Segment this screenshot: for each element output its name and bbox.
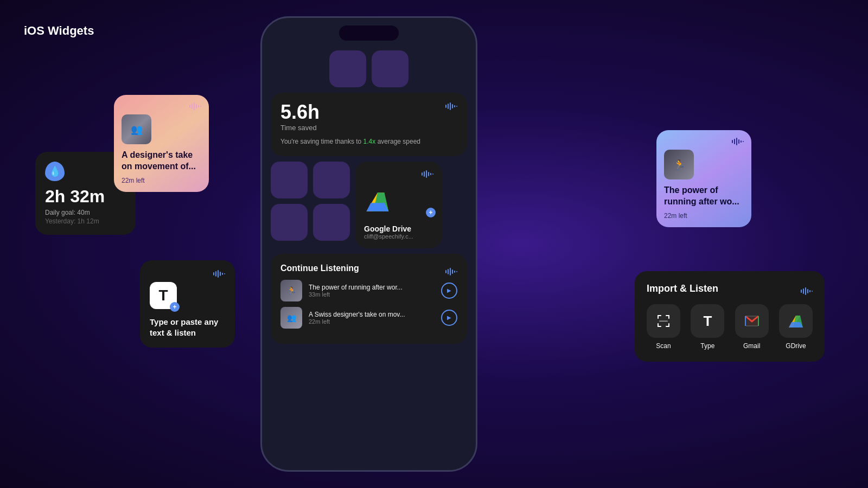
widget-time-saved: 5.6h Time saved You're saving time thank…	[271, 93, 467, 156]
svg-rect-21	[807, 289, 808, 293]
phone-mini-icons-left	[271, 162, 350, 241]
gmail-icon-box	[735, 304, 769, 338]
app-icon[interactable]	[271, 204, 308, 241]
svg-rect-15	[738, 139, 739, 144]
listen-item[interactable]: 👥 A Swiss designer's take on mov... 22m …	[280, 307, 457, 329]
import-item-gdrive[interactable]: GDrive	[779, 304, 813, 350]
gdrive-icon-box	[779, 304, 813, 338]
phone-notch	[339, 25, 399, 41]
app-icon[interactable]	[329, 50, 366, 87]
play-button-1[interactable]: ▶	[441, 282, 457, 299]
svg-rect-12	[732, 140, 733, 143]
svg-rect-50	[450, 268, 451, 275]
widget-article-pink: 👥 A designer's take on movement of... 22…	[114, 95, 209, 192]
soundwave-icon-tts	[213, 270, 225, 278]
gdrive-email: cliff@speechify.c...	[364, 233, 433, 240]
phone-frame: 5.6h Time saved You're saving time thank…	[260, 16, 477, 472]
article-title-pink: A designer's take on movement of...	[122, 150, 201, 172]
article-title-blue: The power of running after wo...	[664, 185, 744, 208]
gdrive-icon	[788, 313, 804, 329]
svg-rect-32	[659, 321, 668, 322]
listen-title-1: The power of running after wor...	[309, 284, 435, 291]
svg-rect-0	[189, 105, 190, 108]
play-button-2[interactable]: ▶	[441, 310, 457, 326]
svg-rect-4	[198, 105, 199, 107]
svg-rect-1	[192, 104, 193, 109]
soundwave-icon-import	[801, 287, 813, 295]
svg-rect-47	[432, 174, 433, 175]
widget-article-blue: 🏃 The power of running after wo... 22m l…	[656, 130, 751, 227]
water-time-value: 2h 32m	[45, 187, 126, 207]
import-icons-row: Scan T Type	[647, 304, 813, 350]
article-thumbnail-pink: 👥	[122, 114, 151, 144]
svg-rect-3	[196, 104, 197, 108]
listen-info-1: The power of running after wor... 33m le…	[309, 284, 435, 298]
scan-icon-box	[647, 304, 680, 338]
svg-rect-9	[220, 272, 221, 276]
svg-rect-23	[812, 291, 813, 292]
svg-rect-27	[668, 315, 669, 319]
svg-rect-41	[456, 106, 457, 107]
svg-rect-10	[222, 273, 223, 275]
tts-type-icon: T +	[150, 282, 177, 309]
svg-rect-52	[454, 271, 455, 273]
scan-icon	[656, 313, 671, 329]
type-icon: T	[703, 313, 712, 330]
app-icon[interactable]	[313, 162, 350, 198]
svg-rect-2	[194, 102, 195, 110]
scan-label: Scan	[656, 342, 671, 350]
page-title: iOS Widgets	[24, 24, 94, 38]
listen-time-1: 33m left	[309, 291, 435, 298]
soundwave-icon-blue-article	[732, 138, 744, 145]
svg-rect-36	[445, 105, 446, 108]
svg-rect-37	[448, 104, 449, 109]
svg-rect-19	[803, 288, 804, 294]
svg-rect-44	[426, 170, 427, 178]
phone-middle-section: + Google Drive cliff@speechify.c...	[271, 162, 467, 248]
phone-top-grid	[271, 50, 467, 87]
svg-rect-8	[218, 270, 219, 278]
widget-import-listen: Import & Listen	[635, 271, 825, 362]
gmail-label: Gmail	[743, 342, 760, 350]
app-icon[interactable]	[372, 50, 409, 87]
svg-rect-38	[450, 102, 451, 110]
svg-rect-40	[454, 105, 455, 107]
app-icon[interactable]	[313, 204, 350, 241]
svg-rect-16	[741, 140, 742, 143]
svg-rect-48	[445, 270, 446, 273]
import-title: Import & Listen	[647, 283, 718, 294]
svg-rect-46	[430, 173, 431, 175]
widget-continue-listening: Continue Listening 🏃 The power of runnin…	[271, 254, 467, 344]
tts-plus-icon: +	[170, 302, 180, 312]
widget-gdrive-phone[interactable]: + Google Drive cliff@speechify.c...	[355, 162, 442, 248]
gdrive-plus-icon: +	[426, 208, 436, 217]
svg-rect-7	[215, 271, 216, 277]
water-drop-icon: 💧	[45, 162, 65, 181]
svg-rect-20	[805, 287, 806, 295]
gdrive-label: GDrive	[786, 342, 806, 350]
svg-rect-11	[224, 273, 225, 274]
article-time-blue: 22m left	[664, 212, 744, 220]
soundwave-icon-gdrive	[422, 170, 433, 178]
import-item-gmail[interactable]: Gmail	[735, 304, 769, 350]
listen-thumb-2: 👥	[280, 307, 302, 329]
svg-rect-18	[801, 290, 802, 293]
svg-rect-25	[658, 315, 659, 319]
import-item-scan[interactable]: Scan	[647, 304, 680, 350]
app-icon[interactable]	[271, 162, 308, 198]
water-goal-label: Daily goal: 40m	[45, 209, 126, 216]
listen-title-2: A Swiss designer's take on mov...	[309, 311, 435, 318]
tts-description: Type or paste any text & listen	[150, 317, 225, 338]
listen-time-2: 22m left	[309, 318, 435, 325]
listen-thumb-1: 🏃	[280, 280, 302, 301]
svg-rect-5	[200, 106, 201, 107]
tts-letter: T	[158, 287, 168, 304]
svg-rect-13	[734, 139, 735, 144]
time-saved-value: 5.6h	[280, 102, 320, 122]
widget-tts[interactable]: T + Type or paste any text & listen	[140, 260, 235, 348]
svg-rect-17	[743, 141, 744, 142]
article-thumbnail-blue: 🏃	[664, 150, 694, 179]
import-item-type[interactable]: T Type	[691, 304, 724, 350]
listen-item[interactable]: 🏃 The power of running after wor... 33m …	[280, 280, 457, 301]
svg-rect-51	[452, 269, 453, 274]
